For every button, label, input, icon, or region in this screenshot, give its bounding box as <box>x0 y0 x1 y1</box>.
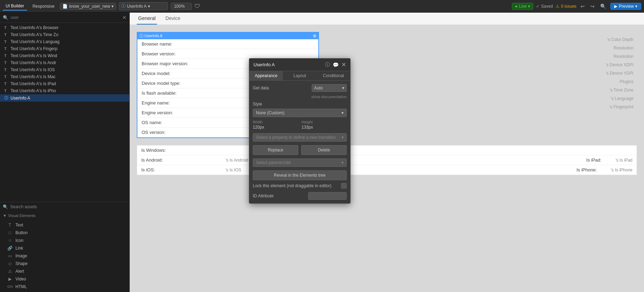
row-is-ios: Is iOS: 's Is IOS Is iPhone: 's Is iPhon… <box>137 165 637 175</box>
visual-item-link[interactable]: 🔗 Link <box>0 244 129 252</box>
shield-icon: 🛡 <box>195 3 200 9</box>
file-selector[interactable]: 📄 know_your_user_new ▾ <box>60 3 116 10</box>
tree-item-label: Text UserInfo A's Is iPho <box>11 88 56 93</box>
iphone-value: 's Is iPhone <box>611 168 632 172</box>
comment-icon[interactable]: 💬 <box>333 62 339 68</box>
visual-item-video[interactable]: ▶ Video <box>0 275 129 283</box>
row-browser-version: Browser version: <box>137 49 318 59</box>
right-label-6: 's Time Zone <box>605 86 633 94</box>
search-button[interactable]: 🔍 <box>599 3 608 10</box>
tree-item-9[interactable]: T Text UserInfo A's Is iPho <box>0 87 129 94</box>
component-icon: ⓘ <box>121 3 126 9</box>
row-is-android: Is Android: 's Is Android Is iPad: 's Is… <box>137 155 637 165</box>
tree-item-label: Text UserInfo A's Browser <box>11 25 59 30</box>
info-help-icon[interactable]: ⓘ <box>325 62 330 68</box>
tree-item-7[interactable]: T Text UserInfo A's Is Mac <box>0 73 129 80</box>
visual-elements-section[interactable]: ▼ Visual Elements <box>0 211 129 220</box>
tree-item-8[interactable]: T Text UserInfo A's Is iPad <box>0 80 129 87</box>
lock-checkbox[interactable] <box>341 183 347 189</box>
tab-general[interactable]: General <box>137 13 157 25</box>
row-label: Is flash available: <box>142 90 212 96</box>
tree-item-2[interactable]: T Text UserInfo A's Languag <box>0 38 129 45</box>
close-panel-button[interactable]: ✕ <box>341 61 346 68</box>
html-type-icon: </> <box>7 284 13 289</box>
tree-item-5[interactable]: T Text UserInfo A's Is Andr <box>0 59 129 66</box>
tree-item-label: Text UserInfo A's Is IOS <box>11 67 55 72</box>
visual-item-text[interactable]: T Text <box>0 221 129 229</box>
tree-item-4[interactable]: T Text UserInfo A's Is Wind <box>0 52 129 59</box>
tree-item-userinfo[interactable]: ⓘ UserInfo A <box>0 94 129 102</box>
text-icon: T <box>4 82 8 86</box>
tree-item-6[interactable]: T Text UserInfo A's Is IOS <box>0 66 129 73</box>
canvas-right-labels: 's Color Depth Resolution Resolution 's … <box>605 35 633 111</box>
topbar: UI Builder Responsive 📄 know_your_user_n… <box>0 0 644 13</box>
visual-item-image[interactable]: ▭ Image <box>0 252 129 260</box>
preview-icon: ▶ <box>614 4 617 9</box>
redo-button[interactable]: ↪ <box>589 3 596 10</box>
clear-search-button[interactable]: ✕ <box>122 15 127 20</box>
warning-icon: ⚠ <box>556 4 560 9</box>
props-body: Get data Auto ▾ show documentation Style… <box>249 81 350 203</box>
tab-responsive[interactable]: Responsive <box>30 2 57 10</box>
visual-item-shape[interactable]: ◇ Shape <box>0 260 129 267</box>
tree-item-1[interactable]: T Text UserInfo A's Time Zo <box>0 31 129 38</box>
parent-child-select[interactable]: Select parent/child ▾ <box>253 158 347 167</box>
transition-select[interactable]: Select a property to define a new transi… <box>253 133 347 142</box>
show-documentation-link[interactable]: show documentation <box>253 95 347 99</box>
ipad-value: 's Is iPad <box>616 158 632 163</box>
style-select[interactable]: None (Custom) ▾ <box>253 109 347 117</box>
component-header: ⓘ UserInfo A ⊞ <box>137 33 318 39</box>
preview-button[interactable]: ▶ Preview ▾ <box>610 3 641 10</box>
visual-item-icon[interactable]: ☆ Icon <box>0 237 129 244</box>
visual-item-label: Text <box>15 223 23 228</box>
search-input[interactable] <box>11 15 120 20</box>
text-icon: T <box>4 61 8 65</box>
visual-item-label: Video <box>15 277 26 281</box>
visual-item-html[interactable]: </> HTML <box>0 283 129 291</box>
tree-item-0[interactable]: T Text UserInfo A's Browser <box>0 24 129 31</box>
right-label-5: Plugins <box>605 77 633 86</box>
tree-list: T Text UserInfo A's Browser T Text UserI… <box>0 23 129 202</box>
component-selector[interactable]: ⓘ UserInfo A ▾ <box>119 2 168 10</box>
tab-appearance[interactable]: Appearance <box>249 71 283 80</box>
tab-device[interactable]: Device <box>164 13 182 25</box>
search-assets[interactable]: 🔍 Search assets <box>0 202 129 211</box>
get-data-select[interactable]: Auto ▾ <box>312 84 347 92</box>
iphone-label: Is iPhone: <box>577 167 597 172</box>
shape-type-icon: ◇ <box>7 261 13 266</box>
height-value[interactable]: 133px <box>301 125 347 130</box>
visual-item-label: Alert <box>15 269 24 274</box>
tab-ui-builder[interactable]: UI Builder <box>3 2 27 11</box>
select-chevron-icon: ▾ <box>342 86 344 90</box>
delete-button[interactable]: Delete <box>301 145 347 155</box>
issues-button[interactable]: ⚠ 0 issues <box>556 4 576 9</box>
height-field: Height 133px <box>301 120 347 130</box>
canvas-tabs: General Device <box>130 13 644 25</box>
width-value[interactable]: 120px <box>253 125 298 130</box>
tree-item-label: UserInfo A <box>11 96 30 101</box>
get-data-row: Get data Auto ▾ <box>253 84 347 92</box>
file-chevron-icon: ▾ <box>111 4 114 9</box>
visual-item-label: Button <box>15 230 28 235</box>
transition-chevron-icon: ▾ <box>341 135 344 140</box>
undo-button[interactable]: ↩ <box>579 3 586 10</box>
id-attribute-input[interactable] <box>308 192 347 200</box>
text-icon: T <box>4 54 8 58</box>
section-arrow-icon: ▼ <box>3 213 7 218</box>
reveal-button[interactable]: Reveal in the Elements tree <box>253 170 347 180</box>
visual-item-button[interactable]: □ Button <box>0 229 129 237</box>
row-label: Browser major version: <box>142 61 212 66</box>
zoom-selector[interactable]: 100% <box>171 3 192 10</box>
tree-item-3[interactable]: T Text UserInfo A's Fingerp <box>0 45 129 52</box>
id-attribute-label: ID Attribute <box>253 193 273 198</box>
live-button[interactable]: ● Live ▾ <box>512 3 533 10</box>
tab-conditional[interactable]: Conditional <box>317 71 350 80</box>
lock-label: Lock this element (not draggable in edit… <box>253 183 331 188</box>
replace-button[interactable]: Replace <box>253 145 298 155</box>
alert-type-icon: ⚠ <box>7 269 13 274</box>
row-label: Device model type: <box>142 81 212 86</box>
tab-layout[interactable]: Layout <box>283 71 317 80</box>
ipad-label: Is iPad: <box>586 157 601 163</box>
visual-item-alert[interactable]: ⚠ Alert <box>0 267 129 275</box>
visual-item-label: HTML <box>15 284 27 289</box>
